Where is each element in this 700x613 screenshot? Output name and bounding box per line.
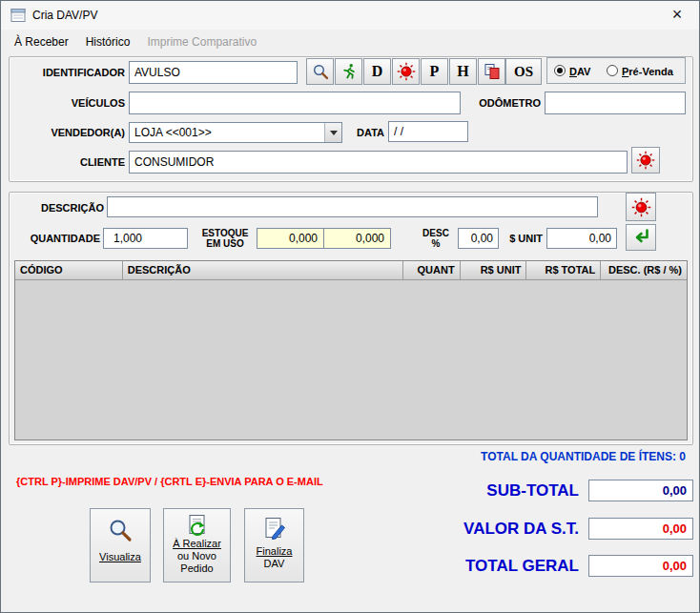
visualiza-button[interactable]: Visualiza — [90, 508, 151, 582]
column-desc-rs[interactable]: DESC. (R$ / %) — [601, 261, 687, 280]
total-geral-label: TOTAL GERAL — [398, 557, 579, 576]
radio-pre-venda[interactable] — [607, 65, 618, 76]
items-total-label: TOTAL DA QUANTIDADE DE ÍTENS: — [481, 450, 676, 463]
sub-total-value: 0,00 — [663, 483, 687, 498]
vendedor-value: LOJA <<001>> — [130, 126, 324, 139]
magnifier-icon — [108, 518, 133, 542]
cliente-input[interactable] — [129, 151, 628, 174]
window: Cria DAV/PV × À Receber Histórico Imprim… — [0, 0, 700, 613]
column-rs-unit[interactable]: R$ UNIT — [461, 261, 527, 280]
data-input[interactable] — [388, 121, 468, 142]
items-total: TOTAL DA QUANTIDADE DE ÍTENS: 0 — [382, 450, 686, 463]
menu-bar: À Receber Histórico Imprime Comparativo — [1, 30, 699, 53]
search-button[interactable] — [306, 58, 334, 85]
menu-item-imprime-comparativo: Imprime Comparativo — [138, 31, 265, 52]
vendedor-select[interactable]: LOJA <<001>> — [129, 122, 342, 143]
novo-pedido-button-label: À Realizarou NovoPedido — [173, 538, 221, 575]
return-arrow-icon — [630, 227, 651, 248]
column-descricao[interactable]: DESCRIÇÃO — [123, 261, 403, 280]
red-dot-button[interactable] — [392, 58, 420, 85]
red-dot-icon — [636, 151, 655, 170]
document-edit-icon — [262, 516, 287, 541]
desc-pct-label: DESC% — [419, 228, 453, 249]
window-title: Cria DAV/PV — [32, 9, 97, 22]
vendedor-dropdown-button[interactable] — [324, 123, 341, 142]
unit-price-label: $ UNIT — [503, 233, 543, 244]
copy-icon — [484, 63, 501, 80]
d-button[interactable]: D — [363, 58, 391, 85]
runner-button[interactable] — [335, 58, 362, 85]
sub-total-field: 0,00 — [588, 480, 693, 501]
red-dot-icon — [397, 62, 416, 81]
shortcut-hint: {CTRL P}-IMPRIME DAV/PV / {CRTL E}-ENVIA… — [16, 476, 323, 487]
odometro-label: ODÔMETRO — [468, 97, 541, 109]
radio-pre-venda-label: Pré-Venda — [622, 66, 673, 77]
copy-button[interactable] — [478, 58, 505, 85]
column-quant[interactable]: QUANT — [403, 261, 461, 280]
visualiza-button-label: Visualiza — [99, 551, 141, 563]
menu-item-historico[interactable]: Histórico — [77, 31, 139, 52]
odometro-input[interactable] — [545, 92, 686, 114]
estoque-value-1: 0,000 — [257, 229, 324, 248]
magnifier-icon — [312, 63, 329, 80]
veiculos-label: VEÍCULOS — [28, 97, 125, 109]
desc-pct-input[interactable] — [458, 228, 499, 249]
chevron-down-icon — [330, 131, 338, 135]
descricao-input[interactable] — [107, 196, 598, 217]
finaliza-dav-button[interactable]: FinalizaDAV — [244, 508, 304, 582]
os-button[interactable]: OS — [505, 58, 542, 85]
add-item-button[interactable] — [626, 224, 656, 251]
app-icon — [10, 8, 26, 23]
sub-total-label: SUB-TOTAL — [398, 481, 579, 501]
valor-st-value: 0,00 — [663, 521, 687, 536]
radio-dav[interactable] — [554, 65, 566, 76]
valor-st-field: 0,00 — [588, 518, 693, 540]
cliente-search-button[interactable] — [631, 147, 660, 174]
refresh-document-icon — [185, 513, 210, 538]
estoque-fields: 0,000 0,000 — [257, 228, 391, 249]
vendedor-label: VENDEDOR(A) — [28, 127, 125, 138]
menu-item-a-receber[interactable]: À Receber — [6, 31, 77, 52]
identificador-input[interactable] — [129, 61, 298, 84]
estoque-value-2: 0,000 — [324, 229, 390, 248]
grid-header: CÓDIGO DESCRIÇÃO QUANT R$ UNIT R$ TOTAL … — [15, 261, 687, 280]
column-rs-total[interactable]: R$ TOTAL — [526, 261, 601, 280]
quantidade-label: QUANTIDADE — [22, 233, 100, 244]
grid-body — [15, 280, 687, 439]
doc-type-panel: DAV Pré-Venda — [546, 57, 686, 84]
descricao-label: DESCRIÇÃO — [24, 202, 104, 214]
close-button[interactable]: × — [655, 1, 699, 29]
quantidade-input[interactable] — [103, 228, 188, 249]
total-geral-field: 0,00 — [588, 555, 693, 577]
finaliza-dav-button-label: FinalizaDAV — [257, 545, 293, 570]
title-bar: Cria DAV/PV × — [1, 1, 699, 30]
veiculos-input[interactable] — [129, 92, 461, 114]
novo-pedido-button[interactable]: À Realizarou NovoPedido — [163, 508, 231, 582]
column-codigo[interactable]: CÓDIGO — [15, 261, 123, 280]
identificador-label: IDENTIFICADOR — [28, 67, 125, 78]
total-geral-value: 0,00 — [663, 559, 687, 573]
valor-st-label: VALOR DA S.T. — [398, 520, 579, 539]
cliente-label: CLIENTE — [28, 156, 125, 168]
h-button[interactable]: H — [449, 58, 477, 85]
data-label: DATA — [346, 127, 384, 138]
descricao-search-button[interactable] — [626, 193, 656, 221]
radio-dav-label: DAV — [569, 66, 590, 77]
estoque-label: ESTOQUEEM USO — [196, 228, 255, 249]
unit-price-input[interactable] — [546, 228, 617, 249]
runner-icon — [340, 63, 358, 80]
red-dot-icon — [631, 197, 651, 217]
items-total-value: 0 — [679, 450, 686, 463]
items-grid: CÓDIGO DESCRIÇÃO QUANT R$ UNIT R$ TOTAL … — [14, 260, 688, 440]
p-button[interactable]: P — [421, 58, 448, 85]
